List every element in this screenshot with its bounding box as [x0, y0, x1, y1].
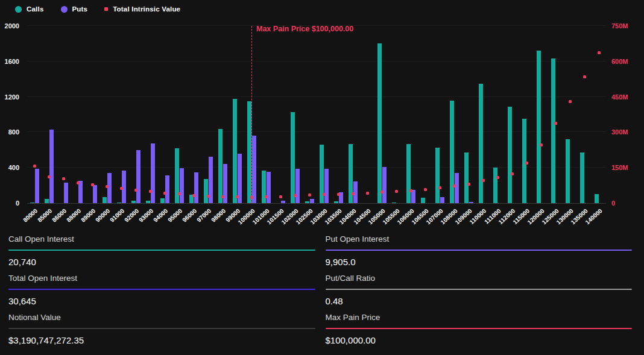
bar-group	[71, 26, 85, 203]
bar-group	[432, 26, 447, 203]
put-bar	[295, 169, 300, 203]
put-bar	[382, 167, 387, 203]
put-bar	[252, 136, 256, 203]
legend-item-puts[interactable]: Puts	[61, 5, 88, 13]
bar-group	[346, 26, 360, 203]
bar-group	[201, 26, 215, 203]
bar-group	[447, 26, 461, 203]
stat-total-open-interest: Total Open Interest 30,645	[8, 272, 315, 311]
put-bar	[165, 175, 169, 203]
stat-put-open-interest: Put Open Interest 9,905.0	[326, 233, 633, 272]
call-bar	[233, 99, 237, 203]
call-bar	[146, 201, 150, 203]
legend-label-puts: Puts	[72, 5, 88, 13]
bar-group	[56, 26, 71, 203]
intrinsic-dot	[337, 193, 340, 196]
intrinsic-dot	[540, 143, 543, 146]
intrinsic-dot	[294, 194, 297, 197]
right-y-axis: 0150M300M450M600M750M	[610, 26, 643, 203]
bar-group	[99, 26, 114, 203]
call-bar	[30, 203, 34, 203]
call-bar	[508, 107, 512, 203]
stat-label: Total Open Interest	[8, 274, 315, 283]
bar-group	[331, 26, 346, 203]
intrinsic-dot	[308, 193, 311, 196]
intrinsic-dot	[163, 192, 166, 195]
call-bar	[117, 203, 121, 203]
bar-group	[389, 26, 403, 203]
intrinsic-dot	[569, 100, 572, 103]
intrinsic-dot	[77, 181, 80, 184]
call-bar	[406, 144, 411, 203]
stat-value: $3,190,747,272.35	[8, 335, 315, 345]
call-bar	[291, 112, 295, 203]
stat-label: Max Pain Price	[326, 313, 633, 322]
intrinsic-dot	[438, 186, 441, 189]
plot-area: Max Pain Price $100,000.00	[27, 26, 606, 204]
call-bar	[537, 51, 541, 203]
stat-notional-value: Notional Value $3,190,747,272.35	[8, 311, 315, 350]
call-bar	[45, 199, 49, 203]
stat-put-call-ratio: Put/Call Ratio 0.48	[326, 272, 633, 311]
call-bar	[103, 197, 107, 203]
call-bar	[566, 139, 570, 203]
intrinsic-dot	[482, 179, 485, 182]
intrinsic-dot	[106, 185, 109, 188]
left-tick-label: 0	[16, 199, 19, 207]
call-bar	[435, 148, 440, 203]
intrinsic-dot	[62, 177, 65, 180]
call-bar	[464, 152, 469, 203]
call-bar	[131, 201, 136, 203]
intrinsic-dot	[279, 195, 282, 198]
intrinsic-dot	[366, 192, 369, 195]
intrinsic-dot	[149, 190, 152, 193]
intrinsic-dot	[134, 189, 137, 192]
bar-group	[592, 26, 606, 203]
bar-group	[288, 26, 302, 203]
left-y-axis: 0400800120016002000	[0, 26, 23, 203]
put-bar	[455, 173, 459, 203]
bar-group	[476, 26, 490, 203]
call-bar	[595, 194, 599, 203]
stat-max-pain-price: Max Pain Price $100,000.00	[326, 311, 633, 350]
put-bar	[469, 202, 473, 203]
stat-value: 30,645	[8, 296, 315, 306]
x-tick-label: 86000	[51, 207, 68, 224]
put-bar	[151, 143, 155, 203]
max-pain-line: Max Pain Price $100,000.00	[251, 26, 252, 203]
call-bar	[377, 43, 382, 203]
stat-underline	[326, 289, 633, 290]
intrinsic-swatch-icon	[104, 7, 108, 11]
put-bar	[35, 169, 39, 203]
intrinsic-dot	[511, 172, 514, 175]
bar-group	[403, 26, 418, 203]
intrinsic-dot	[265, 195, 268, 198]
left-tick-label: 2000	[5, 22, 19, 30]
call-bar	[204, 179, 208, 203]
intrinsic-dot	[192, 194, 195, 197]
x-tick-label: 91000	[109, 207, 125, 224]
put-bar	[180, 168, 184, 203]
bar-group	[563, 26, 577, 203]
x-axis: 8000085000860008800089000900009100092000…	[27, 204, 606, 231]
put-bar	[310, 199, 314, 203]
intrinsic-dot	[221, 195, 224, 198]
legend-item-intrinsic[interactable]: Total Intrinsic Value	[104, 5, 180, 13]
legend-label-calls: Calls	[27, 5, 44, 13]
right-tick-label: 600M	[611, 58, 628, 65]
bar-group	[317, 26, 331, 203]
x-tick-label: 85000	[36, 207, 53, 224]
intrinsic-dot	[453, 184, 456, 187]
put-bar	[93, 185, 97, 203]
call-bar	[305, 201, 309, 203]
bar-group	[186, 26, 201, 203]
legend-item-calls[interactable]: Calls	[15, 5, 44, 13]
x-tick-label: 80000	[22, 207, 39, 224]
intrinsic-dot	[525, 162, 528, 165]
x-tick-label: 88000	[65, 207, 82, 224]
call-bar	[218, 129, 223, 203]
right-tick-label: 150M	[611, 164, 628, 171]
x-tick-label: 96000	[181, 207, 198, 224]
bar-group	[114, 26, 128, 203]
call-bar	[450, 101, 454, 203]
